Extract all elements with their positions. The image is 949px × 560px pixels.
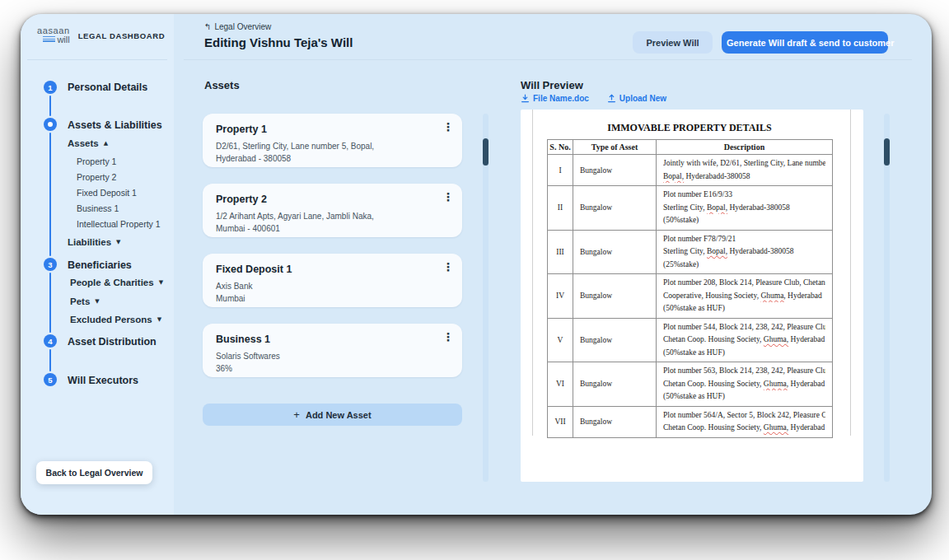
cell-sno: V — [548, 318, 573, 362]
page-margin-line — [850, 110, 851, 436]
sidebar-item-excluded-persons[interactable]: Excluded Persons ▼ — [70, 315, 161, 324]
asset-card-property-1[interactable]: Property 1 D2/61, Sterling City, Lane nu… — [203, 114, 462, 167]
logo-lines-icon — [43, 36, 55, 43]
cell-sno: VII — [548, 406, 573, 437]
cell-type: Bungalow — [573, 155, 657, 186]
sidebar-item-beneficiaries[interactable]: Beneficiaries — [68, 259, 132, 272]
card-line: Mumbai - 400601 — [216, 222, 449, 235]
app-window: aasaan will LEGAL DASHBOARD 1 Personal D… — [21, 14, 932, 515]
upload-new-label: Upload New — [619, 94, 666, 103]
sidebar-item-property-2[interactable]: Property 2 — [77, 172, 116, 182]
table-row: VI Bungalow Plot number 563, Block 214, … — [548, 362, 833, 407]
table-row: II Bungalow Plot number E16/9/33 Sterlin… — [548, 186, 833, 231]
assets-scrollbar-track — [483, 114, 489, 482]
preview-will-button[interactable]: Preview Will — [633, 31, 713, 54]
chevron-down-icon: ▼ — [159, 279, 163, 286]
kebab-menu-icon[interactable]: ⋮ — [439, 330, 457, 343]
cell-description: Plot number 564/A, Sector 5, Block 242, … — [657, 406, 833, 437]
stepper-connector — [49, 349, 51, 371]
pets-label: Pets — [70, 296, 90, 306]
logo: aasaan will LEGAL DASHBOARD — [37, 26, 165, 44]
cell-sno: II — [548, 186, 573, 231]
cell-type: Bungalow — [573, 406, 657, 437]
col-header-sno: S. No. — [548, 140, 573, 155]
cell-type: Bungalow — [573, 230, 657, 274]
doc-section-title: IMMOVABLE PROPERTY DETAILS — [547, 122, 832, 134]
step-2-indicator[interactable] — [44, 118, 57, 131]
sidebar: aasaan will LEGAL DASHBOARD 1 Personal D… — [21, 14, 174, 515]
will-preview-scrollbar-track — [884, 114, 890, 482]
step-1-indicator[interactable]: 1 — [44, 81, 57, 94]
breadcrumb[interactable]: ↰ Legal Overview — [204, 22, 271, 31]
logo-mark: aasaan will — [37, 26, 70, 44]
chevron-down-icon: ▼ — [95, 298, 99, 305]
sidebar-item-personal-details[interactable]: Personal Details — [68, 81, 147, 94]
card-line: Hyderabad - 380058 — [216, 152, 449, 165]
sidebar-item-assets-liabilities[interactable]: Assets & Liabilities — [68, 119, 162, 132]
card-title: Business 1 — [216, 334, 449, 345]
cell-description: Plot number F78/79/21 Sterling City, Bop… — [657, 230, 833, 274]
cell-type: Bungalow — [573, 362, 657, 407]
people-charities-label: People & Charities — [70, 278, 154, 287]
cell-type: Bungalow — [573, 318, 657, 362]
add-new-asset-button[interactable]: + Add New Asset — [203, 404, 462, 426]
upload-icon — [607, 94, 616, 103]
cell-sno: I — [548, 155, 573, 186]
table-header-row: S. No. Type of Asset Description — [548, 140, 833, 155]
sidebar-item-asset-distribution[interactable]: Asset Distribution — [68, 335, 157, 348]
upload-new-link[interactable]: Upload New — [607, 94, 666, 103]
sidebar-item-fixed-deposit-1[interactable]: Fixed Deposit 1 — [77, 188, 137, 198]
sidebar-divider — [27, 59, 167, 60]
kebab-menu-icon[interactable]: ⋮ — [439, 190, 457, 203]
table-row: VII Bungalow Plot number 564/A, Sector 5… — [548, 406, 833, 437]
chevron-down-icon: ▼ — [116, 239, 120, 245]
card-title: Fixed Deposit 1 — [216, 264, 449, 275]
sidebar-item-pets[interactable]: Pets ▼ — [70, 296, 100, 306]
card-line: 1/2 Arihant Apts, Agyari Lane, Jambli Na… — [216, 210, 449, 222]
stepper-connector — [49, 96, 51, 116]
step-5-indicator[interactable]: 5 — [44, 373, 57, 386]
download-icon — [521, 94, 530, 103]
assets-scrollbar-thumb[interactable] — [483, 138, 489, 166]
excluded-persons-label: Excluded Persons — [70, 315, 152, 324]
step-3-indicator[interactable]: 3 — [44, 258, 57, 271]
liabilities-section-label: Liabilities — [68, 237, 111, 247]
kebab-menu-icon[interactable]: ⋮ — [439, 260, 457, 273]
header-divider — [184, 59, 912, 60]
assets-heading: Assets — [204, 79, 240, 91]
step-4-indicator[interactable]: 4 — [44, 334, 57, 348]
will-document-preview: IMMOVABLE PROPERTY DETAILS S. No. Type o… — [521, 110, 863, 482]
card-title: Property 2 — [216, 194, 449, 205]
cell-type: Bungalow — [573, 274, 657, 319]
sidebar-item-people-charities[interactable]: People & Charities ▼ — [70, 278, 163, 287]
chevron-down-icon: ▼ — [157, 316, 161, 323]
cell-sno: III — [548, 230, 573, 274]
file-download-link[interactable]: File Name.doc — [521, 94, 589, 103]
sidebar-item-property-1[interactable]: Property 1 — [77, 156, 116, 166]
file-name-label: File Name.doc — [533, 94, 589, 103]
card-line: Solaris Softwares — [216, 350, 449, 362]
col-header-type: Type of Asset — [573, 140, 657, 155]
sidebar-item-business-1[interactable]: Business 1 — [77, 203, 119, 213]
card-line: Axis Bank — [216, 280, 449, 292]
assets-section-label: Assets — [68, 138, 99, 148]
sidebar-item-assets[interactable]: Assets ▲ — [68, 138, 108, 148]
breadcrumb-label: Legal Overview — [214, 22, 271, 31]
asset-card-fixed-deposit-1[interactable]: Fixed Deposit 1 Axis Bank Mumbai ⋮ — [203, 254, 462, 307]
back-to-legal-overview-button[interactable]: Back to Legal Overview — [36, 461, 152, 484]
page-title: Editing Vishnu Teja's Will — [204, 35, 353, 49]
asset-card-business-1[interactable]: Business 1 Solaris Softwares 36% ⋮ — [203, 324, 462, 377]
sidebar-item-intellectual-property-1[interactable]: Intellectual Property 1 — [77, 219, 161, 229]
stepper-connector — [49, 133, 51, 256]
sidebar-item-liabilities[interactable]: Liabilities ▼ — [68, 237, 120, 247]
cell-description: Jointly with wife, D2/61, Sterling City,… — [657, 155, 833, 186]
will-preview-scrollbar-thumb[interactable] — [884, 138, 890, 166]
kebab-menu-icon[interactable]: ⋮ — [439, 120, 457, 133]
asset-card-property-2[interactable]: Property 2 1/2 Arihant Apts, Agyari Lane… — [203, 184, 462, 237]
step-3-number: 3 — [48, 260, 52, 269]
app-title: LEGAL DASHBOARD — [78, 31, 165, 40]
cell-type: Bungalow — [573, 186, 657, 231]
sidebar-item-will-executors[interactable]: Will Executors — [68, 374, 138, 387]
table-row: IV Bungalow Plot number 208, Block 214, … — [548, 274, 833, 319]
generate-will-button[interactable]: Generate Will draft & send to customer — [722, 31, 888, 54]
